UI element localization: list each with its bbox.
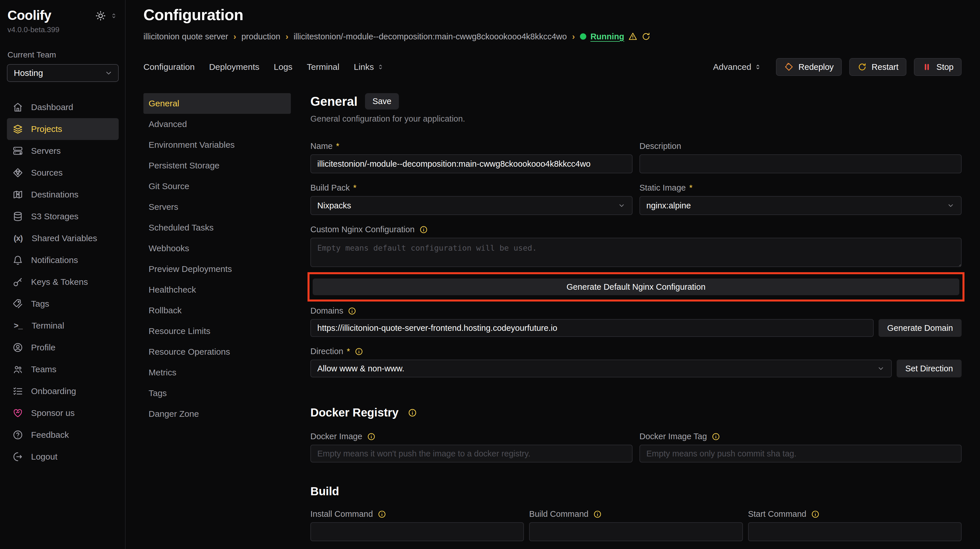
general-form: General Save General configuration for y… [310, 93, 962, 549]
restart-button[interactable]: Restart [849, 58, 907, 76]
subnav-item-advanced[interactable]: Advanced [143, 114, 291, 135]
domains-input[interactable] [310, 319, 873, 337]
users-icon [13, 364, 23, 374]
subnav-item-healthcheck[interactable]: Healthcheck [143, 279, 291, 300]
info-icon[interactable] [593, 510, 602, 519]
status-badge[interactable]: Running [590, 32, 624, 41]
info-icon[interactable] [811, 510, 819, 519]
info-icon[interactable] [378, 510, 386, 519]
subnav-item-rollback[interactable]: Rollback [143, 300, 291, 321]
home-icon [13, 102, 23, 112]
info-icon[interactable] [408, 408, 417, 417]
database-icon [13, 211, 23, 221]
start-command-label: Start Command [748, 509, 807, 519]
tab-configuration[interactable]: Configuration [143, 62, 194, 72]
refresh-icon[interactable] [641, 32, 651, 41]
subnav-item-git-source[interactable]: Git Source [143, 176, 291, 197]
description-label: Description [640, 142, 681, 151]
team-select[interactable]: Hosting [7, 64, 119, 82]
theme-sun-icon[interactable] [95, 10, 106, 21]
sidebar-item-profile[interactable]: Profile [7, 337, 119, 358]
direction-select[interactable]: Allow www & non-www. [310, 360, 892, 377]
static-image-field-group: Static Image * nginx:alpine [640, 183, 962, 215]
sidebar-item-notifications[interactable]: Notifications [7, 249, 119, 271]
tab-logs[interactable]: Logs [274, 62, 293, 72]
subnav-item-scheduled-tasks[interactable]: Scheduled Tasks [143, 217, 291, 238]
redeploy-button[interactable]: Redeploy [776, 58, 842, 76]
subnav-item-resource-operations[interactable]: Resource Operations [143, 342, 291, 362]
variables-icon: (x) [13, 234, 24, 243]
current-team-label: Current Team [8, 50, 119, 59]
build-command-input[interactable] [529, 522, 743, 541]
info-icon[interactable] [711, 432, 720, 441]
sidebar-item-sources[interactable]: Sources [7, 162, 119, 184]
subnav-item-persistent-storage[interactable]: Persistent Storage [143, 155, 291, 176]
subnav-item-danger-zone[interactable]: Danger Zone [143, 404, 291, 424]
checklist-icon [13, 386, 23, 396]
sidebar-item-onboarding[interactable]: Onboarding [7, 380, 119, 402]
info-icon[interactable] [367, 432, 375, 441]
subnav-item-webhooks[interactable]: Webhooks [143, 238, 291, 259]
install-command-input[interactable] [310, 522, 524, 541]
stop-button[interactable]: Stop [914, 58, 962, 76]
subnav-item-tags[interactable]: Tags [143, 383, 291, 404]
docker-image-tag-input[interactable] [640, 445, 962, 463]
sidebar-item-projects[interactable]: Projects [7, 118, 119, 140]
start-command-field-group: Start Command [748, 509, 962, 541]
nginx-config-textarea[interactable] [310, 238, 962, 267]
docker-image-input[interactable] [310, 445, 633, 463]
start-command-input[interactable] [748, 522, 962, 541]
subnav-item-servers[interactable]: Servers [143, 197, 291, 217]
info-icon[interactable] [355, 347, 363, 356]
sidebar-item-teams[interactable]: Teams [7, 358, 119, 380]
sidebar-item-feedback[interactable]: Feedback [7, 424, 119, 446]
sidebar-item-s3-storages[interactable]: S3 Storages [7, 205, 119, 228]
framework-docs-link[interactable]: Framework Specific Docs [527, 547, 618, 549]
build-command-label: Build Command [529, 509, 588, 519]
subnav-item-resource-limits[interactable]: Resource Limits [143, 321, 291, 342]
section-subtitle: General configuration for your applicati… [310, 114, 962, 124]
info-icon[interactable] [348, 307, 356, 315]
description-field-group: Description [640, 142, 962, 173]
build-pack-select[interactable]: Nixpacks [310, 196, 633, 215]
sidebar-item-tags[interactable]: Tags [7, 293, 119, 315]
status-group: Running [580, 32, 651, 41]
static-image-select[interactable]: nginx:alpine [640, 196, 962, 215]
sidebar-item-keys-tokens[interactable]: Keys & Tokens [7, 271, 119, 293]
docker-image-field-group: Docker Image [310, 432, 633, 463]
tab-terminal[interactable]: Terminal [307, 62, 339, 72]
breadcrumb-project[interactable]: illicitonion quote server [143, 32, 228, 41]
advanced-dropdown[interactable]: Advanced [713, 62, 762, 72]
status-dot [580, 33, 586, 40]
breadcrumb-application[interactable]: illicitestonion/-module--decomposition:m… [293, 32, 567, 41]
generate-nginx-config-button[interactable]: Generate Default Nginx Configuration [313, 278, 959, 295]
app-logo[interactable]: Coolify [8, 8, 51, 23]
save-button[interactable]: Save [365, 93, 399, 110]
generate-domain-button[interactable]: Generate Domain [878, 319, 962, 337]
sidebar-item-sponsor-us[interactable]: Sponsor us [7, 402, 119, 424]
set-direction-button[interactable]: Set Direction [897, 360, 962, 377]
theme-selector-icon[interactable] [110, 12, 118, 19]
docker-image-tag-field-group: Docker Image Tag [640, 432, 962, 463]
subnav-item-general[interactable]: General [143, 93, 291, 114]
info-icon[interactable] [419, 225, 428, 234]
subnav-item-environment-variables[interactable]: Environment Variables [143, 135, 291, 155]
sidebar-item-shared-variables[interactable]: (x) Shared Variables [7, 228, 119, 249]
subnav-item-metrics[interactable]: Metrics [143, 362, 291, 383]
sidebar-item-servers[interactable]: Servers [7, 140, 119, 162]
breadcrumb-environment[interactable]: production [242, 32, 280, 41]
redeploy-icon [784, 62, 794, 72]
description-input[interactable] [640, 154, 962, 173]
sidebar-item-terminal[interactable]: >_ Terminal [7, 315, 119, 337]
sidebar-item-dashboard[interactable]: Dashboard [7, 96, 119, 118]
name-input[interactable] [310, 154, 633, 173]
user-circle-icon [13, 342, 23, 353]
tab-deployments[interactable]: Deployments [209, 62, 259, 72]
domains-field-group: Domains Generate Domain [310, 306, 962, 337]
build-pack-field-group: Build Pack * Nixpacks [310, 183, 633, 215]
sidebar-item-destinations[interactable]: Destinations [7, 184, 119, 205]
warning-icon[interactable] [628, 32, 638, 41]
tab-links[interactable]: Links [354, 62, 384, 72]
sidebar-item-logout[interactable]: Logout [7, 446, 119, 468]
subnav-item-preview-deployments[interactable]: Preview Deployments [143, 259, 291, 279]
